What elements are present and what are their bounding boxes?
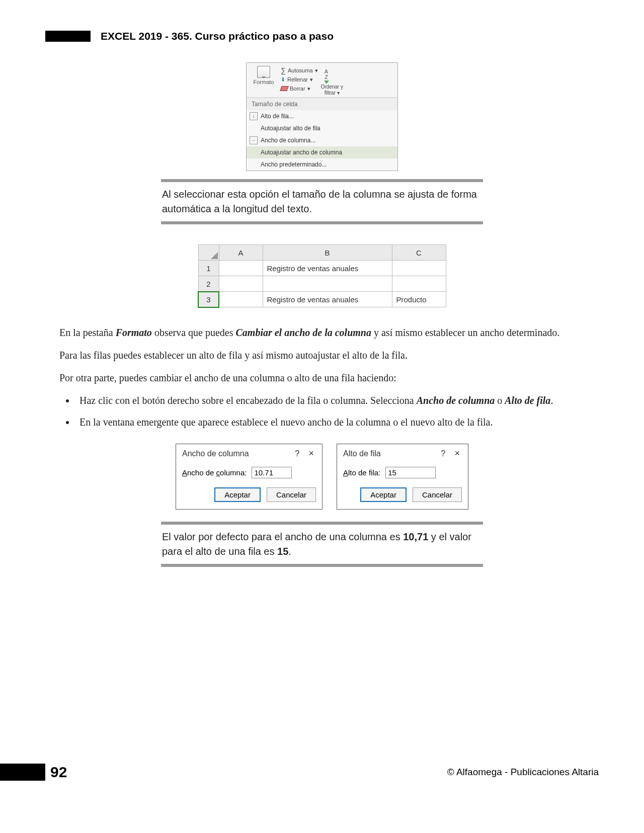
dropdown-section: Tamaño de celda [247, 98, 397, 110]
cell-A2[interactable] [219, 276, 263, 292]
page-footer: 92 © Alfaomega - Publicaciones Altaria [0, 764, 644, 781]
header-block [45, 31, 91, 42]
fill-icon: ⬇ [281, 75, 285, 84]
ribbon-rellenar[interactable]: ⬇Rellenar ▾ [281, 75, 318, 84]
page-header: EXCEL 2019 - 365. Curso práctico paso a … [45, 30, 599, 42]
cell-C2[interactable] [392, 276, 446, 292]
row-header-1[interactable]: 1 [198, 261, 219, 276]
note-1: Al seleccionar esta opción el tamaño de … [161, 179, 483, 224]
note-2: El valor por defecto para el ancho de un… [161, 522, 483, 567]
alto-input[interactable] [385, 467, 436, 478]
page-number: 92 [50, 764, 67, 781]
cell-B2[interactable] [263, 276, 392, 292]
eraser-icon [280, 86, 289, 91]
col-header-B[interactable]: B [263, 245, 392, 261]
row-header-3[interactable]: 3 [198, 292, 219, 307]
note-1-text: Al seleccionar esta opción el tamaño de … [161, 185, 483, 218]
cell-A1[interactable] [219, 261, 263, 276]
dlg-ancho-title: Ancho de columna [182, 449, 249, 458]
row-height-icon: ↕ [250, 112, 258, 120]
para-2: Para las filas puedes establecer un alto… [45, 348, 599, 363]
copyright: © Alfaomega - Publicaciones Altaria [447, 767, 599, 778]
dd-autoajustar-alto[interactable]: Autoajustar alto de fila [247, 122, 397, 134]
formato-icon [257, 66, 270, 78]
footer-block [0, 764, 45, 781]
dd-ancho-columna[interactable]: ↔Ancho de columna... [247, 134, 397, 146]
ribbon-autosuma[interactable]: ∑Autosuma ▾ [281, 66, 318, 75]
col-width-icon: ↔ [250, 136, 258, 144]
dd-ancho-predet[interactable]: Ancho predeterminado... [247, 158, 397, 171]
col-header-C[interactable]: C [392, 245, 446, 261]
ribbon-formato-button[interactable]: Formato [250, 66, 278, 96]
help-icon[interactable]: ? [290, 449, 304, 458]
dd-alto-fila[interactable]: ↕Alto de fila... [247, 110, 397, 122]
ribbon-screenshot: Formato ∑Autosuma ▾ ⬇Rellenar ▾ Borrar ▾… [246, 62, 398, 171]
cell-A3[interactable] [219, 292, 263, 307]
sheet-sample: A B C 1 Registro de ventas anuales 2 3 R… [198, 244, 446, 307]
ancho-input[interactable] [252, 467, 292, 478]
sigma-icon: ∑ [281, 66, 286, 75]
dlg-ancho-label: Ancho de columna: [182, 468, 247, 477]
header-title: EXCEL 2019 - 365. Curso práctico paso a … [101, 30, 334, 42]
select-all-corner[interactable] [198, 245, 219, 261]
aceptar-button[interactable]: Aceptar [214, 487, 261, 502]
cell-B1[interactable]: Registro de ventas anuales [263, 261, 392, 276]
ribbon-sort-filter[interactable]: AZ Ordenar y filtrar ▾ [321, 66, 343, 96]
ribbon-borrar[interactable]: Borrar ▾ [281, 84, 318, 93]
dlg-alto-title: Alto de fila [343, 449, 381, 458]
cell-C1[interactable] [392, 261, 446, 276]
cancelar-button[interactable]: Cancelar [267, 487, 316, 502]
bullet-1: Haz clic con el botón derecho sobre el e… [75, 393, 599, 408]
dd-autoajustar-ancho[interactable]: Autoajustar ancho de columna [247, 146, 397, 158]
close-icon[interactable]: × [306, 448, 316, 458]
dialog-ancho-columna: Ancho de columna ? × Ancho de columna: A… [176, 444, 323, 510]
aceptar-button[interactable]: Aceptar [360, 487, 407, 502]
dlg-alto-label: Alto de fila: [343, 468, 380, 477]
sort-icon: AZ [321, 68, 332, 84]
dialog-alto-fila: Alto de fila ? × Alto de fila: Aceptar C… [337, 444, 468, 510]
row-header-2[interactable]: 2 [198, 276, 219, 292]
cell-C3[interactable]: Producto [392, 292, 446, 307]
bullet-2: En la ventana emergente que aparece esta… [75, 415, 599, 430]
close-icon[interactable]: × [452, 448, 462, 458]
note-2-text: El valor por defecto para el ancho de un… [161, 528, 483, 561]
cell-B3[interactable]: Registro de ventas anuales [263, 292, 392, 307]
bullet-list: Haz clic con el botón derecho sobre el e… [45, 393, 599, 430]
col-header-A[interactable]: A [219, 245, 263, 261]
cancelar-button[interactable]: Cancelar [413, 487, 462, 502]
para-3: Por otra parte, puedes cambiar el ancho … [45, 371, 599, 385]
help-icon[interactable]: ? [436, 449, 450, 458]
para-1: En la pestaña Formato observa que puedes… [45, 325, 599, 340]
